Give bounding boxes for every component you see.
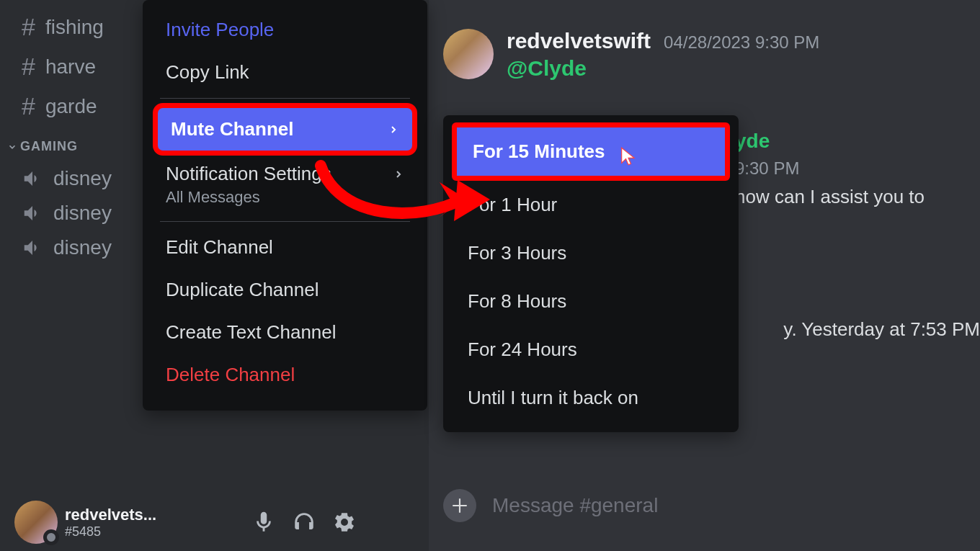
user-name: redvelvets... bbox=[65, 506, 244, 524]
status-indicator bbox=[43, 529, 59, 545]
menu-sublabel: All Messages bbox=[166, 188, 404, 207]
chevron-right-icon bbox=[393, 169, 404, 180]
message-input[interactable]: Message #general bbox=[492, 494, 658, 517]
speaker-icon bbox=[22, 202, 43, 224]
message-input-bar: Message #general bbox=[443, 485, 951, 526]
reply-timestamp: 9:30 PM bbox=[735, 158, 980, 179]
submenu-label: For 3 Hours bbox=[468, 242, 566, 264]
plus-icon bbox=[450, 496, 469, 515]
menu-label: Edit Channel bbox=[166, 236, 273, 259]
menu-label: Create Text Channel bbox=[166, 321, 337, 344]
category-gaming[interactable]: GAMING bbox=[0, 126, 159, 161]
user-tag: #5485 bbox=[65, 524, 244, 539]
menu-notification-settings[interactable]: Notification Settings All Messages bbox=[153, 156, 417, 217]
text-channel-harve[interactable]: # harve bbox=[0, 47, 159, 86]
mute-1-hour[interactable]: For 1 Hour bbox=[452, 181, 730, 229]
hash-icon: # bbox=[22, 13, 35, 41]
channel-context-menu: Invite People Copy Link Mute Channel Not… bbox=[143, 0, 427, 411]
cursor-icon bbox=[618, 146, 638, 166]
mute-24-hours[interactable]: For 24 Hours bbox=[452, 326, 730, 374]
chevron-down-icon bbox=[7, 142, 17, 152]
hash-icon: # bbox=[22, 53, 35, 81]
menu-create-text-channel[interactable]: Create Text Channel bbox=[153, 311, 417, 354]
user-panel: redvelvets... #5485 bbox=[14, 493, 357, 551]
speaker-icon bbox=[22, 237, 43, 259]
channel-label: disney bbox=[53, 236, 112, 259]
submenu-label: For 8 Hours bbox=[468, 290, 566, 312]
menu-label: Invite People bbox=[166, 19, 274, 41]
menu-invite-people[interactable]: Invite People bbox=[153, 9, 417, 51]
channel-sidebar: # fishing # harve # garde GAMING disney … bbox=[0, 0, 159, 551]
submenu-label: Until I turn it back on bbox=[468, 387, 638, 408]
category-label: GAMING bbox=[20, 139, 78, 154]
settings-gear-icon[interactable] bbox=[332, 510, 357, 534]
reply-message: yde 9:30 PM how can I assist you to bbox=[735, 130, 980, 208]
menu-edit-channel[interactable]: Edit Channel bbox=[153, 226, 417, 269]
submenu-label: For 24 Hours bbox=[468, 339, 577, 360]
text-channel-fishing[interactable]: # fishing bbox=[0, 7, 159, 47]
avatar[interactable] bbox=[443, 29, 494, 79]
menu-label: Delete Channel bbox=[166, 364, 295, 386]
menu-duplicate-channel[interactable]: Duplicate Channel bbox=[153, 269, 417, 311]
channel-label: harve bbox=[45, 55, 96, 79]
user-info[interactable]: redvelvets... #5485 bbox=[65, 506, 244, 539]
menu-delete-channel[interactable]: Delete Channel bbox=[153, 354, 417, 396]
mute-15-minutes[interactable]: For 15 Minutes bbox=[452, 122, 730, 181]
message: redvelvetswift 04/28/2023 9:30 PM @Clyde bbox=[429, 22, 980, 88]
mute-mic-icon[interactable] bbox=[251, 510, 276, 534]
hash-icon: # bbox=[22, 92, 35, 120]
reply-text: how can I assist you to bbox=[735, 186, 980, 208]
voice-channel-disney-3[interactable]: disney bbox=[0, 230, 159, 265]
chevron-right-icon bbox=[388, 124, 399, 135]
text-channel-garde[interactable]: # garde bbox=[0, 86, 159, 126]
mute-8-hours[interactable]: For 8 Hours bbox=[452, 277, 730, 326]
message-username[interactable]: redvelvetswift bbox=[507, 29, 651, 53]
channel-label: garde bbox=[45, 95, 97, 118]
message-timestamp: 04/28/2023 9:30 PM bbox=[664, 32, 819, 53]
menu-separator bbox=[160, 221, 410, 222]
menu-mute-channel[interactable]: Mute Channel bbox=[153, 103, 417, 156]
menu-label: Duplicate Channel bbox=[166, 279, 318, 301]
message-body: redvelvetswift 04/28/2023 9:30 PM @Clyde bbox=[507, 29, 966, 81]
speaker-icon bbox=[22, 168, 43, 189]
menu-copy-link[interactable]: Copy Link bbox=[153, 51, 417, 94]
later-timestamp: y. Yesterday at 7:53 PM bbox=[783, 318, 980, 341]
user-avatar[interactable] bbox=[14, 501, 58, 544]
submenu-label: For 1 Hour bbox=[468, 194, 557, 215]
voice-channel-disney-1[interactable]: disney bbox=[0, 161, 159, 196]
reply-username[interactable]: yde bbox=[735, 130, 980, 153]
channel-label: disney bbox=[53, 167, 112, 190]
voice-channel-disney-2[interactable]: disney bbox=[0, 196, 159, 230]
deafen-icon[interactable] bbox=[292, 510, 316, 534]
channel-label: fishing bbox=[45, 16, 104, 39]
menu-label: Notification Settings bbox=[166, 163, 331, 185]
message-mention[interactable]: @Clyde bbox=[507, 56, 966, 81]
mute-3-hours[interactable]: For 3 Hours bbox=[452, 229, 730, 277]
add-attachment-button[interactable] bbox=[443, 489, 476, 522]
mute-until-turned-on[interactable]: Until I turn it back on bbox=[452, 374, 730, 422]
menu-label: Mute Channel bbox=[171, 118, 293, 140]
mute-duration-submenu: For 15 Minutes For 1 Hour For 3 Hours Fo… bbox=[443, 115, 739, 432]
channel-label: disney bbox=[53, 202, 112, 225]
menu-separator bbox=[160, 98, 410, 99]
menu-label: Copy Link bbox=[166, 61, 249, 84]
submenu-label: For 15 Minutes bbox=[473, 140, 605, 162]
